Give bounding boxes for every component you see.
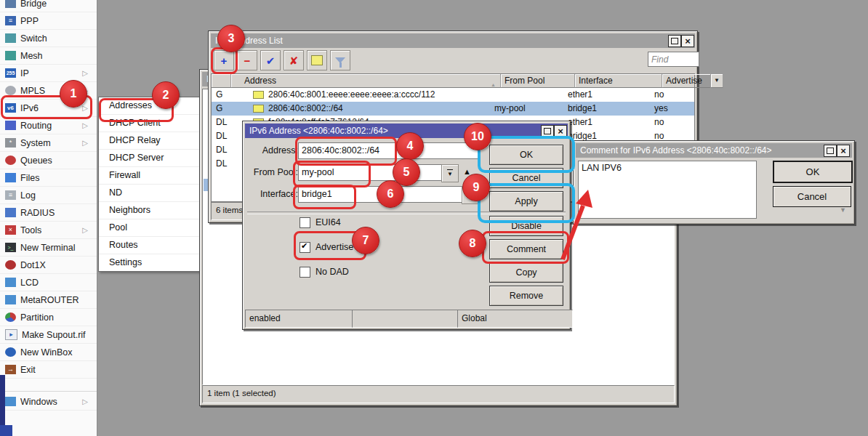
step-marker-7: 7 — [352, 227, 379, 254]
eui64-checkbox[interactable] — [300, 217, 310, 228]
note-icon — [311, 55, 323, 65]
terminal-icon: >_ — [5, 243, 16, 252]
submenu-item-routes[interactable]: Routes — [99, 237, 201, 254]
step-marker-10: 10 — [464, 123, 491, 150]
table-row-selected[interactable]: G 2806:40c:8002::/64 my-pool bridge1 yes — [212, 102, 694, 116]
sidebar-item-tools[interactable]: ×Tools — [0, 222, 97, 239]
mpls-icon — [5, 86, 16, 95]
comment-cancel-button[interactable]: Cancel — [773, 186, 851, 207]
step-marker-8: 8 — [459, 230, 486, 257]
from-pool-dropdown-icon[interactable] — [441, 164, 459, 182]
sidebar-item-queues[interactable]: Queues — [0, 152, 97, 169]
sidebar-item-exit[interactable]: →Exit — [0, 361, 97, 379]
window-corner-decoration — [0, 425, 12, 436]
maximize-icon[interactable] — [668, 35, 681, 47]
sidebar-item-system[interactable]: *System — [0, 134, 97, 152]
close-icon[interactable] — [681, 35, 694, 47]
files-icon — [5, 173, 16, 182]
sidebar-item-make-supout[interactable]: ▸Make Supout.rif — [0, 326, 97, 344]
comment-toolbar-button[interactable] — [307, 50, 327, 70]
annotation-box-from-pool — [293, 161, 371, 187]
address-column-header[interactable]: Address — [231, 74, 501, 88]
close-icon[interactable] — [837, 145, 850, 157]
maximize-icon[interactable] — [824, 145, 837, 157]
dot1x-icon — [5, 260, 16, 270]
list-window-titlebar[interactable]: IPv6 Address List — [211, 33, 695, 48]
bridge-icon — [5, 0, 16, 8]
comment-titlebar[interactable]: Comment for IPv6 Address <2806:40c:8002:… — [576, 143, 852, 158]
submenu-item-neighbors[interactable]: Neighbors — [99, 202, 201, 219]
dialog-status-enabled: enabled — [245, 310, 356, 328]
submenu-item-settings[interactable]: Settings — [99, 254, 201, 271]
filter-button[interactable] — [330, 50, 350, 70]
address-item-icon — [253, 91, 264, 99]
sidebar-item-dot1x[interactable]: Dot1X — [0, 257, 97, 274]
submenu-item-dhcp-relay[interactable]: DHCP Relay — [99, 132, 201, 150]
column-select-button[interactable] — [711, 74, 723, 88]
step-marker-9: 9 — [462, 174, 490, 201]
from-pool-label: From Pool: — [249, 164, 298, 181]
log-icon: ≡ — [5, 190, 16, 200]
sidebar-separator — [0, 391, 97, 392]
sidebar-item-radius[interactable]: RADIUS — [0, 204, 97, 222]
no-dad-label: No DAD — [316, 267, 349, 277]
background-window-status: 1 item (1 selected) — [202, 385, 675, 403]
enable-button[interactable]: ✔ — [260, 50, 281, 70]
sidebar-item-switch[interactable]: Switch — [0, 30, 97, 47]
interface-label: Interface: — [249, 186, 298, 203]
tools-icon: × — [5, 225, 16, 235]
sidebar-item-ppp[interactable]: ≡PPP — [0, 12, 97, 30]
advertise-column-header[interactable]: Advertise — [662, 74, 711, 88]
sidebar-item-files[interactable]: Files — [0, 169, 97, 187]
remove-button[interactable]: − — [237, 50, 257, 70]
winbox-icon — [5, 347, 16, 357]
step-marker-2: 2 — [152, 81, 180, 109]
step-marker-3: 3 — [217, 25, 245, 52]
sidebar-item-new-winbox[interactable]: New WinBox — [0, 344, 97, 361]
routing-icon — [5, 121, 16, 130]
step-marker-1: 1 — [60, 80, 87, 108]
submenu-item-dhcp-server[interactable]: DHCP Server — [99, 150, 201, 167]
scroll-down-icon[interactable]: ▼ — [840, 206, 846, 214]
lcd-icon — [5, 278, 16, 287]
metarouter-icon — [5, 295, 16, 304]
no-dad-checkbox[interactable] — [300, 267, 310, 278]
sidebar-item-partition[interactable]: Partition — [0, 309, 97, 326]
sidebar-item-metarouter[interactable]: MetaROUTER — [0, 291, 97, 309]
comment-ok-button[interactable]: OK — [773, 161, 853, 183]
no-dad-checkbox-row[interactable]: No DAD — [300, 266, 349, 278]
flags-column-header[interactable] — [212, 74, 231, 88]
sidebar-item-bridge[interactable]: Bridge — [0, 0, 97, 12]
windows-icon — [5, 397, 16, 406]
sidebar-item-ip[interactable]: 255IP — [0, 65, 97, 82]
sidebar-item-mesh[interactable]: Mesh — [0, 47, 97, 65]
submenu-item-pool[interactable]: Pool — [99, 219, 201, 237]
sidebar-item-windows[interactable]: Windows — [0, 393, 97, 411]
partition-icon — [5, 312, 16, 322]
annotation-box-ok — [478, 136, 575, 173]
interface-column-header[interactable]: Interface — [575, 74, 662, 88]
address-label: Address: — [249, 142, 298, 159]
submenu-item-firewall[interactable]: Firewall — [99, 167, 201, 185]
sidebar-item-lcd[interactable]: LCD — [0, 274, 97, 291]
sidebar-item-routing[interactable]: Routing — [0, 117, 97, 134]
from-pool-column-header[interactable]: From Pool — [501, 74, 575, 88]
ppp-icon: ≡ — [5, 16, 16, 25]
find-input[interactable] — [648, 52, 699, 67]
table-row[interactable]: G 2806:40c:8001:eeee:eeee:eeee:a:cccc/11… — [212, 88, 694, 102]
winbox-app: Bridge ≡PPP Switch Mesh 255IP MPLS v6IPv… — [0, 0, 868, 436]
sidebar-item-log[interactable]: ≡Log — [0, 187, 97, 204]
step-marker-4: 4 — [396, 132, 424, 160]
address-item-icon — [253, 105, 264, 113]
supout-file-icon: ▸ — [5, 329, 17, 340]
disable-button[interactable]: ✘ — [284, 50, 304, 70]
annotation-arrow — [547, 184, 605, 267]
radius-icon — [5, 208, 16, 217]
remove-button[interactable]: Remove — [489, 286, 563, 306]
eui64-checkbox-row[interactable]: EUI64 — [300, 217, 341, 228]
submenu-item-nd[interactable]: ND — [99, 185, 201, 202]
queues-icon — [5, 156, 16, 165]
filter-icon — [335, 57, 345, 63]
exit-icon: → — [5, 365, 16, 374]
sidebar-item-new-terminal[interactable]: >_New Terminal — [0, 239, 97, 257]
